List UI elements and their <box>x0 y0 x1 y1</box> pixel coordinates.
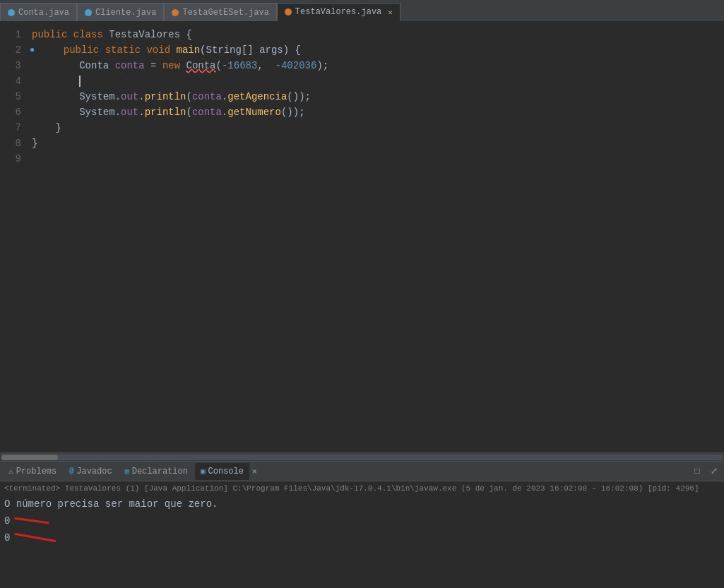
tab-icon-conta <box>8 9 15 16</box>
tab-label-testageteset: TestaGetESet.java <box>182 8 268 18</box>
line-num-2: 2 <box>0 42 28 58</box>
code-content[interactable]: 1 public class TestaValores { 2 ● public… <box>0 21 724 452</box>
code-line-3: 3 Conta conta = new Conta(-16683, -40203… <box>0 58 724 73</box>
line-content-4 <box>28 73 724 89</box>
tab-declaration[interactable]: ▤ Declaration <box>119 463 194 480</box>
text-cursor <box>79 76 81 87</box>
terminated-text: <terminated> TestaValores (1) [Java Appl… <box>4 484 720 493</box>
tab-icon-cliente <box>85 9 92 16</box>
line-num-9: 9 <box>0 151 28 167</box>
maximize-icon[interactable]: ⤢ <box>707 464 721 479</box>
console-text-2: 0 <box>4 512 10 529</box>
tab-javadoc[interactable]: @ Javadoc <box>64 463 117 480</box>
red-squiggle-1 <box>14 517 49 524</box>
scrollbar-track <box>1 455 723 460</box>
line-content-7: } <box>28 120 724 136</box>
close-tab-icon[interactable]: ✕ <box>388 8 393 17</box>
console-line-2: 0 <box>4 512 720 529</box>
javadoc-icon: @ <box>69 467 73 475</box>
console-icon: ▣ <box>201 467 206 476</box>
line-num-7: 7 <box>0 120 28 136</box>
line-num-8: 8 <box>0 136 28 151</box>
problems-icon: ⚠ <box>8 467 13 476</box>
console-text-3: 0 <box>4 529 10 546</box>
line-content-3: Conta conta = new Conta(-16683, -402036)… <box>28 58 724 73</box>
console-area: <terminated> TestaValores (1) [Java Appl… <box>0 481 724 588</box>
tab-cliente[interactable]: Cliente.java <box>77 3 164 21</box>
code-line-5: 5 System.out.println(conta.getAgencia())… <box>0 89 724 104</box>
line-content-1: public class TestaValores { <box>28 27 724 42</box>
code-line-4: 4 <box>0 73 724 89</box>
line-num-3: 3 <box>0 58 28 73</box>
code-line-6: 6 System.out.println(conta.getNumero()); <box>0 104 724 120</box>
code-line-2: 2 ● public static void main(String[] arg… <box>0 42 724 58</box>
tab-label-problems: Problems <box>16 467 57 476</box>
tab-label-declaration: Declaration <box>132 467 188 476</box>
tab-conta[interactable]: Conta.java <box>0 3 77 21</box>
line-num-4: 4 <box>0 73 28 89</box>
bottom-tab-bar: ⚠ Problems @ Javadoc ▤ Declaration ▣ Con… <box>0 462 724 481</box>
line-num-1: 1 <box>0 27 28 42</box>
line-content-2: public static void main(String[] args) { <box>36 42 724 58</box>
line-content-6: System.out.println(conta.getNumero()); <box>28 104 724 120</box>
minimize-icon[interactable]: □ <box>690 464 704 479</box>
tab-problems[interactable]: ⚠ Problems <box>3 463 62 480</box>
editor-area: 1 public class TestaValores { 2 ● public… <box>0 21 724 461</box>
console-line-1: O número precisa ser maior que zero. <box>4 496 720 512</box>
code-line-8: 8 } <box>0 136 724 151</box>
declaration-icon: ▤ <box>125 467 129 476</box>
scrollbar-thumb[interactable] <box>1 455 58 460</box>
tab-testageteset[interactable]: TestaGetESet.java <box>164 3 276 21</box>
tab-icon-testageteset <box>172 9 179 16</box>
code-line-7: 7 } <box>0 120 724 136</box>
console-output: O número precisa ser maior que zero. 0 0 <box>4 496 720 546</box>
red-squiggle-2 <box>15 532 57 541</box>
line-num-6: 6 <box>0 104 28 120</box>
tab-label-conta: Conta.java <box>18 8 69 18</box>
line-content-8: } <box>28 136 724 151</box>
console-close-icon[interactable]: ✕ <box>252 467 257 476</box>
tab-bar: Conta.java Cliente.java TestaGetESet.jav… <box>0 0 724 21</box>
tab-console[interactable]: ▣ Console <box>195 463 249 480</box>
line-content-9 <box>28 151 724 167</box>
tab-label-console: Console <box>208 467 244 476</box>
tab-label-javadoc: Javadoc <box>76 467 112 476</box>
horizontal-scrollbar[interactable] <box>0 452 724 461</box>
code-line-1: 1 public class TestaValores { <box>0 27 724 42</box>
tab-label-testavalores: TestaValores.java <box>295 7 381 17</box>
tab-actions: □ ⤢ <box>690 464 721 479</box>
console-line-3: 0 <box>4 529 720 546</box>
line-content-5: System.out.println(conta.getAgencia()); <box>28 89 724 104</box>
console-text-1: O número precisa ser maior que zero. <box>4 496 218 512</box>
line-num-5: 5 <box>0 89 28 104</box>
code-line-9: 9 <box>0 151 724 167</box>
tab-icon-testavalores <box>285 8 292 16</box>
tab-testavalores[interactable]: TestaValores.java ✕ <box>277 3 400 21</box>
tab-label-cliente: Cliente.java <box>95 8 156 18</box>
bottom-panel: ⚠ Problems @ Javadoc ▤ Declaration ▣ Con… <box>0 461 724 588</box>
